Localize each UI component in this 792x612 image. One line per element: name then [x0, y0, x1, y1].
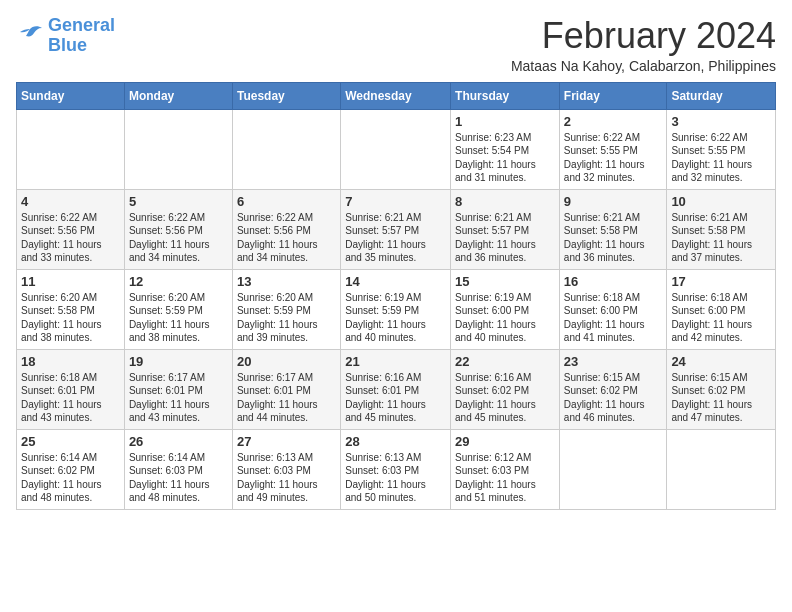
- calendar-cell: 17Sunrise: 6:18 AM Sunset: 6:00 PM Dayli…: [667, 269, 776, 349]
- week-row-1: 4Sunrise: 6:22 AM Sunset: 5:56 PM Daylig…: [17, 189, 776, 269]
- day-number: 22: [455, 354, 555, 369]
- calendar-title: February 2024: [511, 16, 776, 56]
- day-header-monday: Monday: [124, 82, 232, 109]
- day-number: 18: [21, 354, 120, 369]
- day-number: 11: [21, 274, 120, 289]
- day-info: Sunrise: 6:20 AM Sunset: 5:58 PM Dayligh…: [21, 291, 120, 345]
- week-row-2: 11Sunrise: 6:20 AM Sunset: 5:58 PM Dayli…: [17, 269, 776, 349]
- day-number: 7: [345, 194, 446, 209]
- day-number: 16: [564, 274, 663, 289]
- calendar-cell: [124, 109, 232, 189]
- day-info: Sunrise: 6:18 AM Sunset: 6:00 PM Dayligh…: [671, 291, 771, 345]
- day-number: 6: [237, 194, 336, 209]
- day-info: Sunrise: 6:22 AM Sunset: 5:55 PM Dayligh…: [671, 131, 771, 185]
- day-info: Sunrise: 6:14 AM Sunset: 6:03 PM Dayligh…: [129, 451, 228, 505]
- logo: General Blue: [16, 16, 115, 56]
- calendar-cell: 8Sunrise: 6:21 AM Sunset: 5:57 PM Daylig…: [451, 189, 560, 269]
- calendar-subtitle: Mataas Na Kahoy, Calabarzon, Philippines: [511, 58, 776, 74]
- day-info: Sunrise: 6:21 AM Sunset: 5:58 PM Dayligh…: [564, 211, 663, 265]
- day-number: 26: [129, 434, 228, 449]
- day-header-thursday: Thursday: [451, 82, 560, 109]
- calendar-cell: 5Sunrise: 6:22 AM Sunset: 5:56 PM Daylig…: [124, 189, 232, 269]
- calendar-cell: 23Sunrise: 6:15 AM Sunset: 6:02 PM Dayli…: [559, 349, 667, 429]
- calendar-cell: 24Sunrise: 6:15 AM Sunset: 6:02 PM Dayli…: [667, 349, 776, 429]
- calendar-cell: 22Sunrise: 6:16 AM Sunset: 6:02 PM Dayli…: [451, 349, 560, 429]
- calendar-cell: [17, 109, 125, 189]
- day-number: 1: [455, 114, 555, 129]
- title-block: February 2024 Mataas Na Kahoy, Calabarzo…: [511, 16, 776, 74]
- day-number: 23: [564, 354, 663, 369]
- day-number: 5: [129, 194, 228, 209]
- day-info: Sunrise: 6:21 AM Sunset: 5:57 PM Dayligh…: [455, 211, 555, 265]
- calendar-cell: [341, 109, 451, 189]
- day-info: Sunrise: 6:21 AM Sunset: 5:57 PM Dayligh…: [345, 211, 446, 265]
- calendar-cell: 2Sunrise: 6:22 AM Sunset: 5:55 PM Daylig…: [559, 109, 667, 189]
- page-header: General Blue February 2024 Mataas Na Kah…: [16, 16, 776, 74]
- calendar-table: SundayMondayTuesdayWednesdayThursdayFrid…: [16, 82, 776, 510]
- day-info: Sunrise: 6:19 AM Sunset: 5:59 PM Dayligh…: [345, 291, 446, 345]
- day-number: 13: [237, 274, 336, 289]
- calendar-cell: 16Sunrise: 6:18 AM Sunset: 6:00 PM Dayli…: [559, 269, 667, 349]
- day-number: 4: [21, 194, 120, 209]
- day-number: 27: [237, 434, 336, 449]
- calendar-header-row: SundayMondayTuesdayWednesdayThursdayFrid…: [17, 82, 776, 109]
- day-header-sunday: Sunday: [17, 82, 125, 109]
- day-header-wednesday: Wednesday: [341, 82, 451, 109]
- logo-text: General Blue: [48, 16, 115, 56]
- calendar-body: 1Sunrise: 6:23 AM Sunset: 5:54 PM Daylig…: [17, 109, 776, 509]
- calendar-cell: 19Sunrise: 6:17 AM Sunset: 6:01 PM Dayli…: [124, 349, 232, 429]
- calendar-cell: 26Sunrise: 6:14 AM Sunset: 6:03 PM Dayli…: [124, 429, 232, 509]
- day-info: Sunrise: 6:14 AM Sunset: 6:02 PM Dayligh…: [21, 451, 120, 505]
- calendar-cell: 13Sunrise: 6:20 AM Sunset: 5:59 PM Dayli…: [232, 269, 340, 349]
- calendar-cell: 6Sunrise: 6:22 AM Sunset: 5:56 PM Daylig…: [232, 189, 340, 269]
- day-info: Sunrise: 6:22 AM Sunset: 5:55 PM Dayligh…: [564, 131, 663, 185]
- calendar-cell: 3Sunrise: 6:22 AM Sunset: 5:55 PM Daylig…: [667, 109, 776, 189]
- day-number: 29: [455, 434, 555, 449]
- day-info: Sunrise: 6:17 AM Sunset: 6:01 PM Dayligh…: [129, 371, 228, 425]
- day-number: 28: [345, 434, 446, 449]
- week-row-3: 18Sunrise: 6:18 AM Sunset: 6:01 PM Dayli…: [17, 349, 776, 429]
- day-number: 2: [564, 114, 663, 129]
- calendar-cell: 28Sunrise: 6:13 AM Sunset: 6:03 PM Dayli…: [341, 429, 451, 509]
- calendar-cell: 20Sunrise: 6:17 AM Sunset: 6:01 PM Dayli…: [232, 349, 340, 429]
- calendar-cell: 29Sunrise: 6:12 AM Sunset: 6:03 PM Dayli…: [451, 429, 560, 509]
- day-info: Sunrise: 6:13 AM Sunset: 6:03 PM Dayligh…: [237, 451, 336, 505]
- calendar-cell: 7Sunrise: 6:21 AM Sunset: 5:57 PM Daylig…: [341, 189, 451, 269]
- day-number: 20: [237, 354, 336, 369]
- calendar-cell: 10Sunrise: 6:21 AM Sunset: 5:58 PM Dayli…: [667, 189, 776, 269]
- day-info: Sunrise: 6:12 AM Sunset: 6:03 PM Dayligh…: [455, 451, 555, 505]
- day-info: Sunrise: 6:22 AM Sunset: 5:56 PM Dayligh…: [21, 211, 120, 265]
- day-info: Sunrise: 6:23 AM Sunset: 5:54 PM Dayligh…: [455, 131, 555, 185]
- day-info: Sunrise: 6:13 AM Sunset: 6:03 PM Dayligh…: [345, 451, 446, 505]
- day-info: Sunrise: 6:17 AM Sunset: 6:01 PM Dayligh…: [237, 371, 336, 425]
- calendar-cell: 21Sunrise: 6:16 AM Sunset: 6:01 PM Dayli…: [341, 349, 451, 429]
- day-info: Sunrise: 6:21 AM Sunset: 5:58 PM Dayligh…: [671, 211, 771, 265]
- day-number: 21: [345, 354, 446, 369]
- logo-bird-icon: [16, 25, 44, 47]
- day-number: 19: [129, 354, 228, 369]
- day-number: 8: [455, 194, 555, 209]
- day-header-friday: Friday: [559, 82, 667, 109]
- day-header-saturday: Saturday: [667, 82, 776, 109]
- day-info: Sunrise: 6:15 AM Sunset: 6:02 PM Dayligh…: [564, 371, 663, 425]
- day-number: 15: [455, 274, 555, 289]
- week-row-0: 1Sunrise: 6:23 AM Sunset: 5:54 PM Daylig…: [17, 109, 776, 189]
- day-info: Sunrise: 6:22 AM Sunset: 5:56 PM Dayligh…: [237, 211, 336, 265]
- calendar-cell: [667, 429, 776, 509]
- day-number: 24: [671, 354, 771, 369]
- week-row-4: 25Sunrise: 6:14 AM Sunset: 6:02 PM Dayli…: [17, 429, 776, 509]
- day-info: Sunrise: 6:15 AM Sunset: 6:02 PM Dayligh…: [671, 371, 771, 425]
- calendar-cell: 27Sunrise: 6:13 AM Sunset: 6:03 PM Dayli…: [232, 429, 340, 509]
- calendar-cell: [559, 429, 667, 509]
- day-info: Sunrise: 6:18 AM Sunset: 6:00 PM Dayligh…: [564, 291, 663, 345]
- calendar-cell: 4Sunrise: 6:22 AM Sunset: 5:56 PM Daylig…: [17, 189, 125, 269]
- calendar-cell: 1Sunrise: 6:23 AM Sunset: 5:54 PM Daylig…: [451, 109, 560, 189]
- day-info: Sunrise: 6:19 AM Sunset: 6:00 PM Dayligh…: [455, 291, 555, 345]
- day-number: 3: [671, 114, 771, 129]
- calendar-cell: [232, 109, 340, 189]
- calendar-cell: 15Sunrise: 6:19 AM Sunset: 6:00 PM Dayli…: [451, 269, 560, 349]
- day-number: 25: [21, 434, 120, 449]
- day-number: 12: [129, 274, 228, 289]
- calendar-cell: 9Sunrise: 6:21 AM Sunset: 5:58 PM Daylig…: [559, 189, 667, 269]
- day-number: 10: [671, 194, 771, 209]
